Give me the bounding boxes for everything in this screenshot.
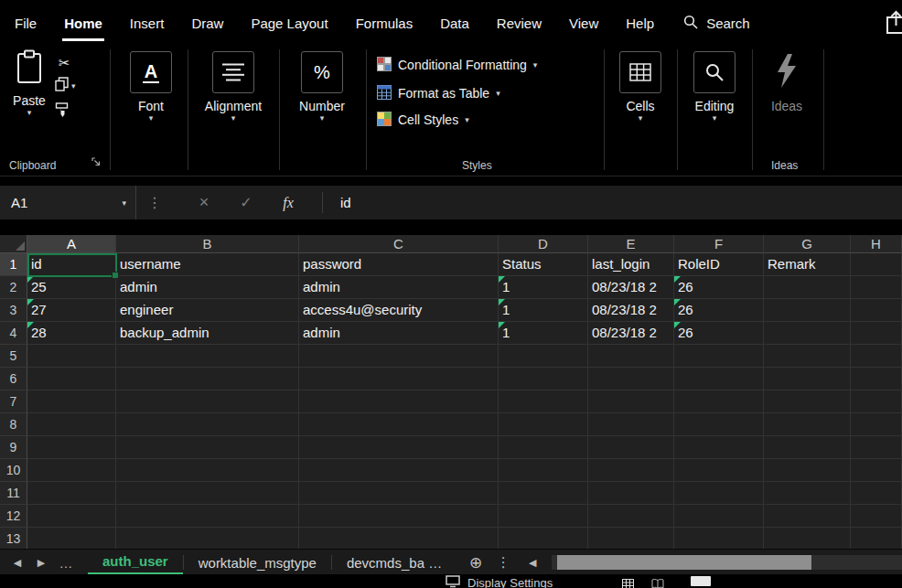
menu-tab-file[interactable]: File xyxy=(15,0,37,46)
cell-H7[interactable] xyxy=(851,390,902,413)
menu-tab-review[interactable]: Review xyxy=(497,0,542,46)
cell-C7[interactable] xyxy=(299,390,499,413)
cell-D2[interactable]: 1 xyxy=(499,276,588,299)
cell-B9[interactable] xyxy=(116,436,299,459)
cell-E4[interactable]: 08/23/18 2 xyxy=(588,322,674,345)
cell-F10[interactable] xyxy=(674,459,764,482)
format-painter-button[interactable] xyxy=(55,102,69,122)
row-header-8[interactable]: 8 xyxy=(0,413,27,436)
row-header-2[interactable]: 2 xyxy=(0,276,27,299)
row-header-1[interactable]: 1 xyxy=(0,253,27,276)
cell-F9[interactable] xyxy=(674,436,764,459)
cell-C5[interactable] xyxy=(299,345,499,368)
cell-E2[interactable]: 08/23/18 2 xyxy=(588,276,674,299)
cell-F12[interactable] xyxy=(674,505,764,528)
insert-function-button[interactable]: fx xyxy=(270,186,306,219)
cell-B7[interactable] xyxy=(116,390,299,413)
column-header-A[interactable]: A xyxy=(27,235,116,253)
cell-C10[interactable] xyxy=(299,459,499,482)
row-header-7[interactable]: 7 xyxy=(0,390,27,413)
column-header-D[interactable]: D xyxy=(499,235,588,253)
cell-E6[interactable] xyxy=(588,368,674,390)
cell-G7[interactable] xyxy=(764,390,851,413)
row-header-5[interactable]: 5 xyxy=(0,345,27,368)
menu-tab-draw[interactable]: Draw xyxy=(191,0,223,46)
cell-D11[interactable] xyxy=(499,482,588,505)
drag-dots-icon[interactable]: ⋮ xyxy=(145,186,165,219)
cell-E8[interactable] xyxy=(588,413,674,436)
column-header-G[interactable]: G xyxy=(764,235,851,253)
menu-tab-help[interactable]: Help xyxy=(626,0,654,46)
cell-B5[interactable] xyxy=(116,345,299,368)
cell-F8[interactable] xyxy=(674,413,764,436)
cell-D7[interactable] xyxy=(499,390,588,413)
number-menu-button[interactable]: % Number ▾ xyxy=(291,51,353,123)
cell-E12[interactable] xyxy=(588,505,674,528)
column-header-C[interactable]: C xyxy=(299,235,499,253)
cell-C11[interactable] xyxy=(299,482,499,505)
cell-A8[interactable] xyxy=(27,413,116,436)
cell-H1[interactable] xyxy=(851,253,902,276)
cell-D12[interactable] xyxy=(499,505,588,528)
cell-D13[interactable] xyxy=(499,528,588,549)
cell-C6[interactable] xyxy=(299,368,499,390)
ideas-button[interactable]: Ideas xyxy=(761,53,812,113)
cell-A12[interactable] xyxy=(27,505,116,528)
cell-B3[interactable]: engineer xyxy=(116,299,299,322)
cell-F3[interactable]: 26 xyxy=(674,299,764,322)
active-cell-border[interactable] xyxy=(27,253,117,277)
menu-tab-view[interactable]: View xyxy=(569,0,598,46)
cell-B4[interactable]: backup_admin xyxy=(116,322,299,345)
cell-A11[interactable] xyxy=(27,482,116,505)
cell-H5[interactable] xyxy=(851,345,902,368)
cell-H4[interactable] xyxy=(851,322,902,345)
cell-styles-button[interactable]: Cell Styles ▾ xyxy=(377,110,469,130)
cell-B12[interactable] xyxy=(116,505,299,528)
column-header-E[interactable]: E xyxy=(588,235,674,253)
cell-E7[interactable] xyxy=(588,390,674,413)
cell-D1[interactable]: Status xyxy=(499,253,588,276)
cell-G12[interactable] xyxy=(764,505,851,528)
cell-D10[interactable] xyxy=(499,459,588,482)
cell-B10[interactable] xyxy=(116,459,299,482)
cell-C13[interactable] xyxy=(299,528,499,549)
sheet-tab-worktable_msgtype[interactable]: worktable_msgtype xyxy=(184,550,331,575)
sheet-nav-right-icon[interactable]: ▶ xyxy=(29,550,53,575)
cell-C4[interactable]: admin xyxy=(299,322,499,345)
cell-F5[interactable] xyxy=(674,345,764,368)
cell-F1[interactable]: RoleID xyxy=(674,253,764,276)
column-header-H[interactable]: H xyxy=(851,235,902,253)
share-icon[interactable] xyxy=(886,9,902,38)
cell-E9[interactable] xyxy=(588,436,674,459)
cell-E13[interactable] xyxy=(588,528,674,549)
cell-H8[interactable] xyxy=(851,413,902,436)
cell-G4[interactable] xyxy=(764,322,851,345)
cell-D3[interactable]: 1 xyxy=(499,299,588,322)
name-box[interactable]: A1 ▾ xyxy=(0,186,136,219)
cell-C9[interactable] xyxy=(299,436,499,459)
cell-H9[interactable] xyxy=(851,436,902,459)
row-header-6[interactable]: 6 xyxy=(0,368,27,390)
cell-A2[interactable]: 25 xyxy=(27,276,116,299)
sheet-nav-left-icon[interactable]: ◀ xyxy=(5,550,29,575)
cell-D6[interactable] xyxy=(499,368,588,390)
row-header-11[interactable]: 11 xyxy=(0,482,27,505)
format-as-table-button[interactable]: Format as Table ▾ xyxy=(377,83,500,103)
cell-F6[interactable] xyxy=(674,368,764,390)
sheet-tab-auth_user[interactable]: auth_user xyxy=(88,550,183,575)
cell-H6[interactable] xyxy=(851,368,902,390)
cell-G5[interactable] xyxy=(764,345,851,368)
row-header-3[interactable]: 3 xyxy=(0,299,27,322)
cell-H13[interactable] xyxy=(851,528,902,549)
cell-B2[interactable]: admin xyxy=(116,276,299,299)
cell-E5[interactable] xyxy=(588,345,674,368)
cell-F13[interactable] xyxy=(674,528,764,549)
more-sheets-icon[interactable]: … xyxy=(53,550,79,575)
cell-E10[interactable] xyxy=(588,459,674,482)
enter-button[interactable]: ✓ xyxy=(229,186,263,219)
cell-H10[interactable] xyxy=(851,459,902,482)
cell-A13[interactable] xyxy=(27,528,116,549)
row-header-9[interactable]: 9 xyxy=(0,436,27,459)
column-header-B[interactable]: B xyxy=(116,235,299,253)
cell-B1[interactable]: username xyxy=(116,253,299,276)
